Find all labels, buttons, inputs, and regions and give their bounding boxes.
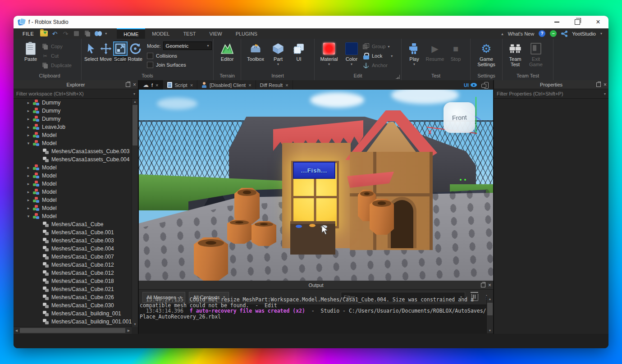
collapse-ribbon-icon[interactable]: ▴ [501, 32, 503, 36]
ui-button[interactable]: UI [289, 41, 309, 62]
tree-item[interactable]: ▸Dummy [14, 99, 138, 107]
edit-dialog-launcher-icon[interactable] [396, 75, 400, 79]
explorer-close-icon[interactable]: × [133, 82, 136, 87]
file-menu[interactable]: FILE [14, 28, 40, 39]
tree-item[interactable]: Meshes/Casa1assets_Cube.003 [14, 147, 138, 155]
tree-item[interactable]: Meshes/Casa1_Cube.026 [14, 293, 138, 301]
minimize-button[interactable] [546, 16, 567, 28]
play-dropdown-icon[interactable]: ▾ [413, 63, 415, 66]
paste-button[interactable]: Paste [21, 41, 41, 62]
scroll-up-icon[interactable]: ▲ [487, 296, 493, 302]
device-emulation-icon[interactable] [481, 82, 489, 88]
scroll-down-icon[interactable]: ▼ [132, 321, 138, 327]
whats-new-link[interactable]: What's New [508, 31, 534, 36]
status-icon[interactable]: – [550, 30, 557, 37]
collisions-checkbox[interactable] [147, 53, 153, 59]
tree-item[interactable]: Meshes/Casa1assets_Cube.004 [14, 155, 138, 164]
explorer-horizontal-scrollbar[interactable]: ◀ ▶ [14, 327, 132, 334]
scroll-down-icon[interactable]: ▼ [487, 328, 493, 333]
explorer-filter-dropdown-icon[interactable]: ▾ [133, 92, 135, 96]
tab-close-icon[interactable]: × [285, 82, 288, 88]
tree-item[interactable]: Meshes/Casa1_building_001.001 [14, 318, 138, 326]
cut-button[interactable]: ✂ Cut [41, 52, 72, 59]
tab-test[interactable]: TEST [176, 28, 202, 39]
scroll-right-icon[interactable]: ▶ [126, 327, 132, 334]
output-vertical-scrollbar[interactable]: ▲ ▼ [486, 296, 493, 333]
tab-diff-result[interactable]: Diff Result × [256, 80, 293, 90]
expander-icon[interactable]: ▸ [26, 165, 31, 170]
share-icon[interactable] [561, 31, 567, 37]
resume-button[interactable]: ▶ Resume [425, 41, 445, 62]
tree-item[interactable]: ▸Model [14, 131, 138, 139]
select-tool-button[interactable]: Select [84, 41, 98, 62]
expander-icon[interactable]: ▸ [26, 206, 31, 210]
play-button[interactable]: Play ▾ [404, 41, 424, 66]
terrain-editor-button[interactable]: Editor [217, 41, 237, 62]
tab-script[interactable]: Script × [163, 80, 198, 90]
color-button[interactable]: Color ▾ [342, 41, 361, 66]
tree-item[interactable]: ▸Model [14, 180, 138, 188]
anchor-button[interactable]: ⚓ Anchor [362, 62, 398, 69]
tree-item[interactable]: ▸Model [14, 188, 138, 196]
properties-close-icon[interactable]: × [604, 82, 607, 87]
lock-button[interactable]: Lock ▾ [362, 52, 398, 59]
open-file-icon[interactable] [40, 30, 48, 37]
part-button[interactable]: Part ▾ [268, 41, 288, 66]
output-close-icon[interactable]: × [488, 282, 491, 288]
material-dropdown-icon[interactable]: ▾ [328, 63, 330, 66]
tab-close-icon[interactable]: × [248, 82, 251, 88]
lock-dropdown-icon[interactable]: ▾ [391, 54, 393, 58]
tree-item[interactable]: ▾Model [14, 212, 138, 220]
tree-item[interactable]: ▸Model [14, 164, 138, 172]
tree-item[interactable]: Meshes/Casa1_Cube.012 [14, 269, 138, 277]
scrollbar-thumb[interactable] [487, 303, 493, 315]
exit-game-button[interactable]: Exit Game [526, 41, 546, 67]
tab-plugins[interactable]: PLUGINS [229, 28, 264, 39]
tab-place[interactable]: ☁ f × [139, 80, 163, 90]
explorer-filter-input[interactable]: Filter workspace (Ctrl+Shift+X) ▾ [14, 89, 138, 99]
tab-disabled-client[interactable]: [Disabled] Client × [197, 80, 256, 90]
tree-item[interactable]: ▸LeaveJob [14, 123, 138, 131]
tab-view[interactable]: VIEW [203, 28, 229, 39]
scrollbar-thumb[interactable] [133, 105, 137, 146]
tree-item[interactable]: Meshes/Casa1_Cube.004 [14, 245, 138, 253]
explorer-vertical-scrollbar[interactable]: ▲ ▼ [132, 99, 138, 327]
game-settings-button[interactable]: ⚙ Game Settings [475, 41, 498, 67]
join-surfaces-checkbox[interactable] [147, 62, 153, 68]
output-log[interactable]: 13:40:27.135 Could not resize MeshPart:W… [139, 296, 487, 333]
tree-item[interactable]: Meshes/Casa1_Cube.007 [14, 253, 138, 261]
scroll-up-icon[interactable]: ▲ [132, 99, 138, 105]
tree-item[interactable]: Meshes/Casa1_Cube.018 [14, 277, 138, 285]
expander-icon[interactable]: ▸ [26, 100, 31, 105]
tree-item[interactable]: ▸Dummy [14, 107, 138, 115]
expander-icon[interactable]: ▾ [26, 214, 31, 218]
scale-tool-button[interactable]: Scale [114, 41, 127, 62]
team-test-button[interactable]: Team Test [505, 41, 525, 67]
expander-icon[interactable]: ▸ [26, 109, 31, 113]
tree-item[interactable]: Meshes/Casa1_building_001 [14, 309, 138, 318]
rotate-tool-button[interactable]: Rotate [128, 41, 142, 62]
tree-item[interactable]: ▸Dummy [14, 115, 138, 123]
find-binoculars-icon[interactable] [94, 30, 102, 37]
expander-icon[interactable]: ▸ [26, 182, 31, 186]
expander-icon[interactable]: ▾ [26, 141, 31, 146]
properties-float-icon[interactable] [596, 82, 601, 87]
copy-button[interactable]: Copy [41, 43, 72, 50]
account-dropdown-icon[interactable]: ▾ [600, 32, 602, 36]
expander-icon[interactable]: ▸ [26, 133, 31, 137]
tree-item[interactable]: Meshes/Casa1_Cube.030 [14, 301, 138, 309]
material-button[interactable]: Material ▾ [317, 41, 341, 66]
qat-customize-icon[interactable]: ▾ [105, 32, 107, 36]
scroll-left-icon[interactable]: ◀ [14, 327, 19, 334]
copy-pages-icon[interactable] [83, 30, 91, 37]
maximize-button[interactable] [567, 16, 588, 28]
mode-dropdown[interactable]: Geometric ▾ [163, 41, 212, 50]
group-button[interactable]: Group ▾ [362, 43, 398, 50]
part-dropdown-icon[interactable]: ▾ [277, 63, 279, 66]
tree-item[interactable]: Meshes/Casa1_Cube.021 [14, 285, 138, 293]
tree-item[interactable]: Meshes/Casa1_Cube [14, 220, 138, 228]
tree-item[interactable]: ▸Model [14, 196, 138, 204]
tree-item[interactable]: Meshes/Casa1_Cube.001 [14, 228, 138, 237]
expander-icon[interactable]: ▸ [26, 117, 31, 121]
tab-home[interactable]: HOME [117, 28, 145, 39]
